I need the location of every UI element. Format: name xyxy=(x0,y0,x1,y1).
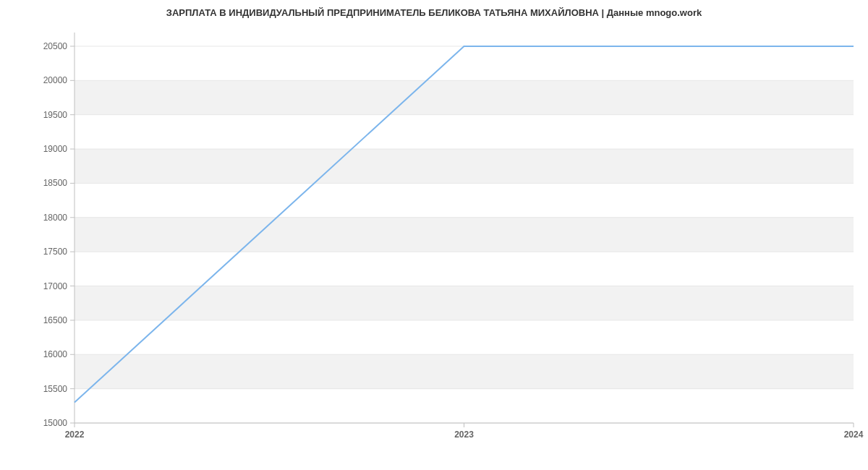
svg-rect-4 xyxy=(75,80,854,114)
svg-text:20000: 20000 xyxy=(43,75,68,85)
svg-text:18500: 18500 xyxy=(43,178,68,188)
svg-text:2023: 2023 xyxy=(454,430,474,440)
chart-container: ЗАРПЛАТА В ИНДИВИДУАЛЬНЫЙ ПРЕДПРИНИМАТЕЛ… xyxy=(0,0,868,448)
svg-text:16000: 16000 xyxy=(43,349,68,359)
svg-text:18000: 18000 xyxy=(43,213,68,223)
svg-rect-0 xyxy=(75,354,854,388)
svg-rect-1 xyxy=(75,286,854,320)
svg-text:17000: 17000 xyxy=(43,281,68,291)
svg-text:16500: 16500 xyxy=(43,315,68,325)
svg-text:15500: 15500 xyxy=(43,384,68,394)
svg-text:2024: 2024 xyxy=(844,430,864,440)
svg-text:20500: 20500 xyxy=(43,41,68,51)
svg-text:15000: 15000 xyxy=(43,418,68,428)
chart-svg: 1500015500160001650017000175001800018500… xyxy=(0,18,868,445)
svg-rect-2 xyxy=(75,218,854,252)
svg-text:19000: 19000 xyxy=(43,144,68,154)
svg-text:17500: 17500 xyxy=(43,247,68,257)
svg-text:19500: 19500 xyxy=(43,110,68,120)
svg-rect-3 xyxy=(75,149,854,183)
svg-text:2022: 2022 xyxy=(65,430,85,440)
chart-title: ЗАРПЛАТА В ИНДИВИДУАЛЬНЫЙ ПРЕДПРИНИМАТЕЛ… xyxy=(0,0,868,18)
